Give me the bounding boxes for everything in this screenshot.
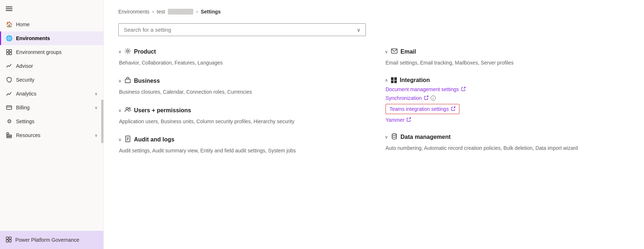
synchronization-label: Synchronization xyxy=(386,95,422,101)
search-input[interactable] xyxy=(124,27,357,33)
email-links: Email settings, Email tracking, Mailboxe… xyxy=(385,59,629,67)
email-collapse-arrow[interactable] xyxy=(385,49,388,54)
yammer-link[interactable]: Yammer xyxy=(386,117,629,123)
governance-icon xyxy=(6,237,12,244)
sidebar-item-home[interactable]: 🏠 Home xyxy=(0,17,103,31)
sidebar-label-resources: Resources xyxy=(16,132,91,138)
sidebar-item-resources[interactable]: Resources ∨ xyxy=(0,128,103,142)
sidebar-item-settings[interactable]: ⚙ Settings xyxy=(0,114,103,128)
doc-management-ext-icon xyxy=(461,87,466,92)
teams-ext-icon xyxy=(451,106,455,112)
svg-rect-0 xyxy=(7,50,9,52)
breadcrumb-current: Settings xyxy=(201,9,221,15)
synchronization-link[interactable]: Synchronization i xyxy=(386,95,629,101)
svg-point-22 xyxy=(392,134,396,136)
sidebar-label-settings: Settings xyxy=(16,118,98,124)
business-collapse-arrow[interactable] xyxy=(118,78,122,83)
email-icon xyxy=(391,48,398,56)
billing-icon xyxy=(6,104,12,111)
hamburger-menu-button[interactable] xyxy=(6,5,12,12)
sidebar-item-advisor[interactable]: Advisor xyxy=(0,59,103,73)
environments-icon: 🌐 xyxy=(6,35,12,42)
search-bar[interactable]: ∨ xyxy=(118,23,366,36)
section-audit: Audit and logs Audit settings, Audit sum… xyxy=(118,136,363,155)
integration-title: Integration xyxy=(400,77,430,83)
breadcrumb-sep1: › xyxy=(153,9,154,14)
svg-point-16 xyxy=(129,108,130,109)
data-management-icon xyxy=(391,133,398,141)
resources-chevron-icon: ∨ xyxy=(95,133,98,138)
business-title: Business xyxy=(134,78,160,84)
sidebar-item-billing[interactable]: Billing ∨ xyxy=(0,101,103,114)
audit-icon xyxy=(125,136,131,144)
sidebar-label-env-groups: Environment groups xyxy=(16,49,98,55)
analytics-chevron-icon: ∨ xyxy=(95,92,98,96)
teams-integration-label: Teams integration settings xyxy=(390,106,449,112)
breadcrumb-sep2: › xyxy=(196,9,198,14)
product-icon xyxy=(125,48,131,56)
environment-groups-icon xyxy=(6,49,12,55)
svg-rect-2 xyxy=(7,52,9,55)
svg-rect-9 xyxy=(6,237,8,239)
svg-rect-14 xyxy=(125,79,130,83)
section-product: Product Behavior, Collaboration, Feature… xyxy=(118,48,363,67)
svg-rect-21 xyxy=(391,49,397,53)
breadcrumb-environments[interactable]: Environments xyxy=(118,9,150,15)
security-icon xyxy=(6,77,12,83)
sync-info-icon: i xyxy=(431,96,436,101)
settings-icon: ⚙ xyxy=(6,118,12,125)
users-icon xyxy=(125,106,131,114)
svg-rect-6 xyxy=(7,133,9,134)
data-management-links: Auto numbering, Automatic record creatio… xyxy=(385,144,629,152)
doc-management-label: Document management settings xyxy=(386,86,459,92)
svg-rect-1 xyxy=(9,50,12,52)
sidebar: 🏠 Home 🌐 Environments Environment groups xyxy=(0,0,104,249)
users-links: Application users, Business units, Colum… xyxy=(118,117,363,125)
yammer-label: Yammer xyxy=(386,117,404,123)
sidebar-label-security: Security xyxy=(16,77,98,83)
sidebar-item-analytics[interactable]: Analytics ∨ xyxy=(0,87,103,101)
settings-grid: Product Behavior, Collaboration, Feature… xyxy=(118,48,629,165)
sync-ext-icon xyxy=(424,96,428,101)
svg-rect-4 xyxy=(7,106,12,109)
svg-rect-10 xyxy=(9,237,11,239)
svg-point-15 xyxy=(126,108,128,110)
teams-link-wrapper: Teams integration settings xyxy=(386,104,629,114)
sidebar-scrollbar[interactable] xyxy=(101,0,103,249)
resources-icon xyxy=(6,132,12,139)
breadcrumb-test[interactable]: test xyxy=(157,9,165,15)
audit-collapse-arrow[interactable] xyxy=(118,137,122,142)
section-data-management: Data management Auto numbering, Automati… xyxy=(385,133,629,152)
integration-collapse-arrow[interactable] xyxy=(385,78,388,83)
sidebar-partial-item[interactable]: Power Platform Governance xyxy=(0,231,103,249)
integration-links: Document management settings Synchroniza… xyxy=(385,86,629,123)
sidebar-label-environments: Environments xyxy=(16,35,98,41)
business-icon xyxy=(125,77,131,85)
section-business: Business Business closures, Calendar, Co… xyxy=(118,77,363,96)
teams-integration-link[interactable]: Teams integration settings xyxy=(386,104,459,114)
sidebar-label-analytics: Analytics xyxy=(16,91,91,97)
sidebar-label-advisor: Advisor xyxy=(16,63,98,69)
sidebar-item-environments[interactable]: 🌐 Environments xyxy=(0,31,103,45)
sidebar-label-billing: Billing xyxy=(16,105,91,110)
sidebar-item-security[interactable]: Security xyxy=(0,73,103,87)
partial-item-label: Power Platform Governance xyxy=(15,237,79,243)
advisor-icon xyxy=(6,63,12,69)
sidebar-item-environment-groups[interactable]: Environment groups xyxy=(0,45,103,59)
svg-rect-3 xyxy=(9,52,12,55)
users-collapse-arrow[interactable] xyxy=(118,108,122,113)
breadcrumb: Environments › test › Settings xyxy=(118,9,629,15)
svg-rect-8 xyxy=(7,137,12,138)
section-users: Users + permissions Application users, B… xyxy=(118,106,363,125)
search-chevron-icon: ∨ xyxy=(357,27,360,33)
data-mgmt-collapse-arrow[interactable] xyxy=(385,135,388,140)
billing-chevron-icon: ∨ xyxy=(95,105,98,110)
business-links: Business closures, Calendar, Connection … xyxy=(118,88,363,96)
home-icon: 🏠 xyxy=(6,21,12,28)
integration-icon xyxy=(391,77,397,83)
svg-rect-7 xyxy=(7,135,12,136)
doc-management-link[interactable]: Document management settings xyxy=(386,86,629,92)
product-collapse-arrow[interactable] xyxy=(118,49,122,54)
left-column: Product Behavior, Collaboration, Feature… xyxy=(118,48,363,165)
sidebar-label-home: Home xyxy=(16,22,98,27)
